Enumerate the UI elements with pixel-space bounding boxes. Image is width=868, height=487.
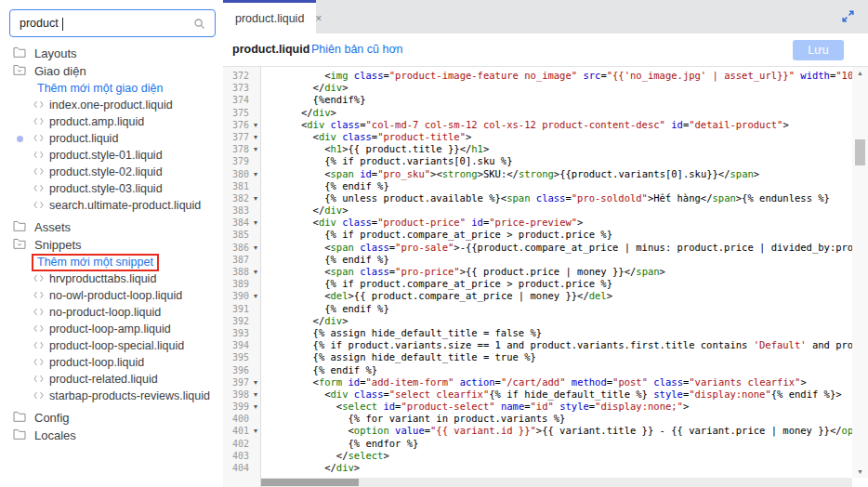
sidebar-file[interactable]: product.style-01.liquid	[0, 147, 223, 164]
old-version-link[interactable]: Phiên bản cũ hơn	[311, 43, 403, 56]
fold-arrow-icon[interactable]: ▾	[249, 425, 262, 437]
horizontal-scrollbar[interactable]	[261, 478, 852, 487]
code-line[interactable]: 386▾ <span class="pro-sale">-{{product.c…	[223, 242, 852, 254]
code-line[interactable]: 383 </div>	[223, 204, 852, 217]
code-file-icon	[33, 322, 44, 336]
code-text: <div class="product-price" id="price-pre…	[262, 217, 852, 229]
scroll-up-icon[interactable]: ▲	[852, 70, 868, 76]
code-line[interactable]: 380▾ <span id="pro_sku"><strong>SKU:</st…	[223, 168, 852, 180]
code-line[interactable]: 392 </div>	[223, 315, 852, 327]
search-input[interactable]	[10, 10, 215, 36]
code-text: <del>{{ product.compare_at_price | money…	[262, 290, 852, 302]
code-line[interactable]: 402 {% endfor %}	[223, 438, 852, 450]
code-line[interactable]: 389 {% if product.compare_at_price > pro…	[223, 278, 852, 290]
code-file-icon	[33, 132, 44, 145]
fold-arrow-icon[interactable]: ▾	[249, 388, 262, 401]
code-line[interactable]: 385 {% if product.compare_at_price > pro…	[223, 229, 852, 241]
code-line[interactable]: 381 {% endif %}	[223, 180, 852, 192]
code-line[interactable]: 378▾ <h1>{{ product.title }}</h1>	[223, 143, 852, 155]
fold-arrow-icon[interactable]: ▾	[249, 143, 262, 155]
code-line[interactable]: 396 {% endif %}	[223, 364, 852, 376]
gutter-cell: 404	[223, 462, 262, 474]
code-line[interactable]: 384▾ <div class="product-price" id="pric…	[223, 217, 852, 229]
scroll-down-icon[interactable]: ▼	[852, 468, 868, 475]
code-line[interactable]: 388▾ <span class="pro-price">{{ product.…	[223, 266, 852, 278]
sidebar-folder[interactable]: Giao diện	[0, 62, 223, 80]
code-line[interactable]: 390▾ <del>{{ product.compare_at_price | …	[223, 290, 852, 302]
line-number: 379	[223, 155, 249, 167]
code-line[interactable]: 374 {%endif%}	[223, 94, 852, 106]
code-line[interactable]: 375 </div>	[223, 107, 852, 119]
code-text: {% assign hide_default_title = true %}	[262, 351, 852, 363]
sidebar-file[interactable]: product.liquid	[0, 130, 223, 147]
code-line[interactable]: 395 {% assign hide_default_title = true …	[223, 351, 852, 363]
code-line[interactable]: 400 {% for variant in product.variants %…	[223, 413, 852, 425]
code-line[interactable]: 398▾ <div class="select clearfix"{% if h…	[223, 388, 852, 401]
vertical-scroll-thumb[interactable]	[855, 139, 865, 165]
file-label: starbap-products-reviews.liquid	[49, 389, 210, 402]
sidebar-file[interactable]: product-loop.liquid	[0, 354, 223, 371]
add-link-label: Thêm mới một snippet	[37, 256, 153, 269]
sidebar-file[interactable]: no-product-loop.liquid	[0, 304, 223, 321]
fold-arrow-icon[interactable]: ▾	[249, 401, 262, 413]
code-line[interactable]: 399▾ <select id="product-select" name="i…	[223, 401, 852, 413]
fold-arrow-icon[interactable]: ▾	[249, 192, 262, 204]
code-text: {%endif%}	[262, 94, 852, 106]
code-editor[interactable]: 372 <img class="product-image-feature no…	[223, 67, 868, 487]
sidebar-add-link[interactable]: Thêm mới một snippet	[0, 254, 223, 270]
code-line[interactable]: 373 </div>	[223, 82, 852, 94]
sidebar-folder[interactable]: Config	[0, 409, 223, 427]
code-text: <option value="{{ variant.id }}">{{ vari…	[262, 425, 852, 437]
sidebar-folder[interactable]: Assets	[0, 218, 223, 236]
expand-icon[interactable]	[840, 8, 856, 24]
file-label: search.ultimate-product.liquid	[49, 199, 201, 212]
code-text: <div class="select clearfix"{% if hide_d…	[262, 388, 852, 401]
code-line[interactable]: 403 </select>	[223, 450, 852, 462]
sidebar-file[interactable]: product-loop-special.liquid	[0, 337, 223, 354]
fold-spacer	[249, 438, 262, 450]
sidebar-file[interactable]: index.one-product.liquid	[0, 97, 223, 113]
sidebar-add-link[interactable]: Thêm mới một giao diện	[0, 80, 223, 97]
tab-product-liquid[interactable]: product.liquid ×	[223, 0, 316, 33]
sidebar-file[interactable]: product-loop-amp.liquid	[0, 321, 223, 337]
fold-arrow-icon[interactable]: ▾	[249, 242, 262, 254]
code-line[interactable]: 401▾ <option value="{{ variant.id }}">{{…	[223, 425, 852, 437]
fold-arrow-icon[interactable]: ▾	[249, 290, 262, 302]
code-line[interactable]: 393 {% assign hide_default_title = false…	[223, 327, 852, 339]
line-number: 382	[223, 192, 249, 204]
sidebar-file[interactable]: product.amp.liquid	[0, 113, 223, 130]
save-button[interactable]: Lưu	[793, 40, 844, 60]
sidebar-file[interactable]: product.style-03.liquid	[0, 180, 223, 197]
sidebar-file[interactable]: product-related.liquid	[0, 371, 223, 388]
code-line[interactable]: 404 </div>	[223, 462, 852, 474]
fold-arrow-icon[interactable]: ▾	[249, 119, 262, 131]
sidebar-folder[interactable]: Snippets	[0, 236, 223, 254]
sidebar-file[interactable]: product.style-02.liquid	[0, 164, 223, 180]
horizontal-scroll-thumb[interactable]	[261, 479, 359, 486]
code-line[interactable]: 377▾ <div class="product-title">	[223, 131, 852, 143]
sidebar-file[interactable]: search.ultimate-product.liquid	[0, 197, 223, 214]
fold-arrow-icon[interactable]: ▾	[249, 131, 262, 143]
code-line[interactable]: 394 {% if product.variants.size == 1 and…	[223, 339, 852, 351]
sidebar-file[interactable]: starbap-products-reviews.liquid	[0, 388, 223, 404]
sidebar-folder[interactable]: Layouts	[0, 45, 223, 62]
code-text: {% endif %}	[262, 303, 852, 315]
code-line[interactable]: 397▾ <form id="add-item-form" action="/c…	[223, 376, 852, 388]
close-icon[interactable]: ×	[315, 13, 322, 24]
fold-arrow-icon[interactable]: ▾	[249, 217, 262, 229]
fold-arrow-icon[interactable]: ▾	[249, 168, 262, 180]
vertical-scrollbar[interactable]: ▲ ▼	[852, 67, 868, 478]
fold-arrow-icon[interactable]: ▾	[249, 266, 262, 278]
sidebar-folder[interactable]: Locales	[0, 427, 223, 444]
code-line[interactable]: 376▾ <div class="col-md-7 col-sm-12 col-…	[223, 119, 852, 131]
sidebar-file[interactable]: hrvproducttabs.liquid	[0, 270, 223, 287]
gutter-cell: 392	[223, 315, 262, 327]
code-line[interactable]: 379 {% if product.variants[0].sku %}	[223, 155, 852, 167]
code-line[interactable]: 391 {% endif %}	[223, 303, 852, 315]
code-line[interactable]: 387 {% endif %}	[223, 254, 852, 266]
file-label: product.style-02.liquid	[49, 165, 163, 178]
code-line[interactable]: 382▾ {% unless product.available %}<span…	[223, 192, 852, 204]
code-line[interactable]: 372 <img class="product-image-feature no…	[223, 70, 852, 82]
fold-arrow-icon[interactable]: ▾	[249, 376, 262, 388]
sidebar-file[interactable]: no-owl-product-loop.liquid	[0, 287, 223, 304]
